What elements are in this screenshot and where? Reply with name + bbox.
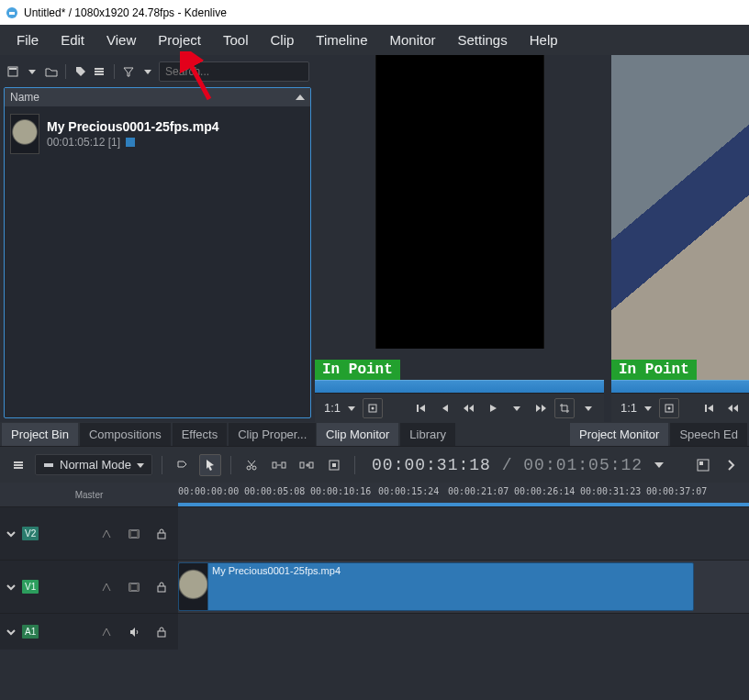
timeline-menu-icon[interactable] <box>7 454 29 476</box>
tab-compositions[interactable]: Compositions <box>80 423 171 446</box>
clip-thumbnail <box>179 563 208 610</box>
effects-icon[interactable] <box>95 523 117 545</box>
menu-monitor[interactable]: Monitor <box>378 27 446 53</box>
crop-button[interactable] <box>554 398 575 418</box>
zoom-select[interactable]: 1:1 <box>320 398 359 418</box>
timecode-display[interactable]: 00:00:31:18 / 00:01:05:12 <box>372 456 643 474</box>
rewind-button[interactable] <box>723 398 743 418</box>
overwrite-tool[interactable] <box>323 454 345 476</box>
go-start-button[interactable] <box>699 398 720 418</box>
bin-toolbar <box>4 59 311 83</box>
collapse-icon[interactable] <box>296 93 305 102</box>
add-clip-button[interactable] <box>6 62 21 81</box>
filter-button[interactable] <box>121 62 137 81</box>
chevron-down-icon[interactable] <box>6 627 17 638</box>
svg-rect-35 <box>158 631 165 637</box>
tab-effects[interactable]: Effects <box>173 423 228 446</box>
project-monitor-controls: 1:1 <box>611 393 749 422</box>
monitor-view-button[interactable] <box>659 398 679 418</box>
clip-monitor-ruler[interactable] <box>315 380 604 393</box>
track-label: A1 <box>22 625 39 639</box>
lock-icon[interactable] <box>151 576 173 598</box>
timeline-ruler[interactable]: 00:00:00:00 00:00:05:08 00:00:10:16 00:0… <box>178 483 749 506</box>
tag-button[interactable] <box>73 62 88 81</box>
menu-project[interactable]: Project <box>147 27 212 53</box>
track-compositing-icon[interactable] <box>172 454 194 476</box>
svg-rect-30 <box>158 533 165 539</box>
search-input[interactable] <box>159 61 309 82</box>
svg-rect-4 <box>9 68 17 70</box>
chevron-down-icon[interactable] <box>6 582 17 593</box>
track-row-v1[interactable]: My Precious0001-25fps.mp4 <box>178 560 749 613</box>
chevron-down-icon[interactable] <box>6 528 17 539</box>
lock-icon[interactable] <box>151 621 173 643</box>
zoom-select[interactable]: 1:1 <box>617 398 655 418</box>
svg-rect-22 <box>300 462 304 468</box>
step-back-button[interactable] <box>435 398 455 418</box>
edit-mode-select[interactable]: Normal Mode <box>35 454 152 475</box>
video-track-icon[interactable] <box>123 576 145 598</box>
more-button[interactable] <box>720 454 742 476</box>
menu-tool[interactable]: Tool <box>212 27 260 53</box>
tab-library[interactable]: Library <box>400 423 455 446</box>
lock-icon[interactable] <box>151 523 173 545</box>
svg-rect-23 <box>309 462 313 468</box>
spacer-tool[interactable] <box>268 454 290 476</box>
rewind-button[interactable] <box>459 398 479 418</box>
master-track-label[interactable]: Master <box>0 483 178 506</box>
track-head-v2[interactable]: V2 <box>0 506 178 560</box>
clip-monitor-view[interactable]: In Point <box>315 55 604 380</box>
mode-icon <box>43 460 54 471</box>
menu-view[interactable]: View <box>95 27 147 53</box>
go-start-button[interactable] <box>411 398 431 418</box>
bin-column-header[interactable]: Name <box>5 88 310 106</box>
speaker-icon[interactable] <box>123 621 145 643</box>
video-badge-icon <box>126 138 135 147</box>
tab-speech-editor[interactable]: Speech Ed <box>670 423 747 446</box>
cut-tool[interactable] <box>240 454 263 476</box>
filter-dropdown-icon[interactable] <box>140 62 155 81</box>
track-row-a1[interactable] <box>178 613 749 650</box>
list-view-icon[interactable] <box>92 62 107 81</box>
svg-point-12 <box>667 406 670 409</box>
tab-project-bin[interactable]: Project Bin <box>2 423 78 446</box>
project-monitor-view[interactable]: In Point <box>611 55 749 380</box>
project-monitor-ruler[interactable] <box>611 380 749 393</box>
play-button[interactable] <box>483 398 503 418</box>
track-head-v1[interactable]: V1 <box>0 560 178 613</box>
video-track-icon[interactable] <box>123 523 145 545</box>
svg-rect-1 <box>9 12 15 15</box>
insert-tool[interactable] <box>296 454 318 476</box>
create-folder-button[interactable] <box>44 62 60 81</box>
add-clip-dropdown-icon[interactable] <box>25 62 40 81</box>
track-head-a1[interactable]: A1 <box>0 613 178 650</box>
menu-timeline[interactable]: Timeline <box>305 27 378 53</box>
menu-file[interactable]: File <box>6 27 50 53</box>
svg-rect-34 <box>158 586 165 592</box>
menu-settings[interactable]: Settings <box>447 27 519 53</box>
svg-rect-29 <box>137 530 139 538</box>
project-bin-list[interactable]: Name My Precious0001-25fps.mp4 00:01:05:… <box>4 87 311 418</box>
layout-button[interactable] <box>692 454 714 476</box>
tab-project-monitor[interactable]: Project Monitor <box>570 423 668 446</box>
track-label: V2 <box>22 527 39 540</box>
tab-clip-properties[interactable]: Clip Proper... <box>229 423 316 446</box>
track-row-v2[interactable] <box>178 506 749 560</box>
svg-rect-28 <box>129 530 131 538</box>
effects-icon[interactable] <box>95 621 117 643</box>
timeline-clip[interactable]: My Precious0001-25fps.mp4 <box>178 562 694 611</box>
timecode-dropdown-icon[interactable] <box>648 454 670 476</box>
select-tool[interactable] <box>199 454 221 476</box>
menu-clip[interactable]: Clip <box>260 27 306 53</box>
monitor-view-button[interactable] <box>363 398 383 418</box>
mode-label: Normal Mode <box>60 458 131 472</box>
forward-button[interactable] <box>531 398 551 418</box>
menu-help[interactable]: Help <box>519 27 569 53</box>
effects-icon[interactable] <box>95 576 117 598</box>
menu-edit[interactable]: Edit <box>50 27 95 53</box>
bin-clip-item[interactable]: My Precious0001-25fps.mp4 00:01:05:12 [1… <box>5 110 310 158</box>
play-dropdown-icon[interactable] <box>507 398 527 418</box>
menu-dropdown-icon[interactable] <box>578 398 598 418</box>
svg-rect-17 <box>44 463 53 467</box>
tab-clip-monitor[interactable]: Clip Monitor <box>317 423 398 446</box>
